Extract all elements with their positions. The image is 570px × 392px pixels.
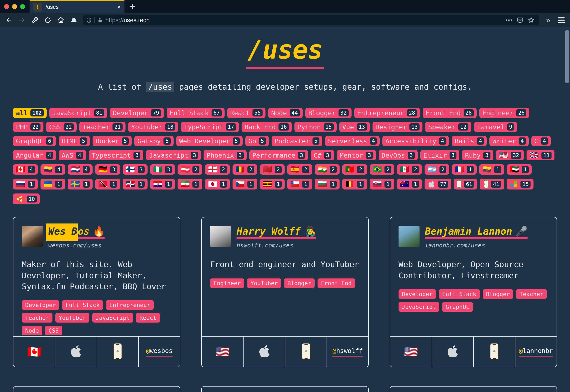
filter-tag-flag-russia[interactable]: 🇷🇺1 [13, 179, 38, 190]
filter-tag-mentor[interactable]: Mentor3 [337, 150, 376, 160]
profile-name-link-benjamin-lannon[interactable]: Benjamin Lannon 🎤 [425, 226, 528, 239]
wrench-button[interactable] [29, 15, 41, 26]
profile-tag-developer[interactable]: Developer [22, 300, 59, 310]
filter-tag-flag-austria[interactable]: 🇦🇹2 [178, 164, 202, 175]
filter-tag-typescript-alt[interactable]: Typescript3 [89, 150, 144, 160]
filter-tag-flag-ecuador[interactable]: 🇪🇨1 [479, 164, 504, 175]
filter-tag-flag-croatia[interactable]: 🇭🇷1 [150, 179, 175, 190]
filter-tag-flag-iran[interactable]: 🇮🇷1 [178, 179, 202, 190]
maximize-window-button[interactable] [20, 4, 25, 9]
filter-tag-flag-france[interactable]: 🇫🇷1 [452, 164, 477, 175]
filter-tag-flag-united-arab-emirates[interactable]: 🇦🇪1 [507, 164, 532, 175]
filter-tag-python[interactable]: Python15 [294, 122, 337, 132]
profile-tag-javascript[interactable]: JavaScript [399, 302, 439, 312]
filter-tag-csharp[interactable]: C#3 [311, 150, 334, 160]
forward-button[interactable] [16, 15, 28, 26]
home-button[interactable] [55, 15, 67, 26]
filter-tag-flag-finland[interactable]: 🇫🇮3 [123, 164, 148, 175]
filter-tag-phone-arrow[interactable]: 41 [480, 179, 504, 190]
filter-tag-flag-bulgaria[interactable]: 🇧🇬1 [315, 179, 340, 190]
filter-tag-flag-united-kingdom[interactable]: 🇬🇧11 [527, 150, 555, 160]
filter-tag-youtuber[interactable]: YouTuber18 [128, 122, 178, 132]
profile-tag-youtuber[interactable]: YouTuber [56, 313, 89, 322]
filter-tag-flag-ukraine[interactable]: 🇺🇦1 [41, 179, 65, 190]
filter-tag-speaker[interactable]: Speaker12 [425, 122, 471, 132]
profile-tag-developer[interactable]: Developer [399, 289, 436, 299]
profile-tag-react[interactable]: React [136, 313, 160, 322]
filter-tag-c[interactable]: C4 [531, 136, 551, 146]
profile-name-link-harry-wolff[interactable]: Harry Wolff 👨‍🎤 [236, 226, 316, 239]
filter-tag-writer[interactable]: Writer4 [489, 136, 528, 146]
profile-tag-javascript[interactable]: JavaScript [92, 313, 133, 322]
filter-tag-flag-trinidad-tobago[interactable]: 🇹🇹1 [95, 179, 120, 190]
filter-tag-flag-netherlands[interactable]: 🇳🇱4 [68, 164, 93, 175]
profile-tag-teacher[interactable]: Teacher [22, 313, 53, 322]
filter-tag-flag-czechia[interactable]: 🇨🇿1 [233, 179, 257, 190]
bookmark-star-icon[interactable] [528, 16, 535, 24]
profile-tag-node[interactable]: Node [22, 326, 42, 335]
url-text[interactable]: https://uses.tech [105, 17, 505, 24]
filter-tag-angular[interactable]: Angular4 [13, 150, 56, 160]
filter-tag-teacher[interactable]: Teacher21 [79, 122, 125, 132]
pocket-icon[interactable] [517, 17, 523, 24]
filter-tag-iphone[interactable]: 61 [454, 179, 477, 190]
filter-tag-accessibility[interactable]: Accessibility4 [382, 136, 449, 146]
filter-tag-flag-nigeria[interactable]: 🇳🇬3 [150, 164, 175, 175]
filter-tag-flag-romania[interactable]: 🇷🇴2 [233, 164, 257, 175]
filter-tag-flag-colombia[interactable]: 🇨🇴4 [41, 164, 65, 175]
minimize-window-button[interactable] [12, 4, 17, 9]
tracking-protection-shield-icon[interactable] [86, 17, 92, 23]
filter-tag-flag-spain[interactable]: 🇪🇸2 [287, 164, 312, 175]
filter-tag-flag-germany[interactable]: 🇩🇪3 [95, 164, 120, 175]
filter-tag-flag-sweden[interactable]: 🇸🇪1 [68, 179, 93, 190]
profile-tag-entrepreneur[interactable]: Entrepreneur [106, 300, 154, 310]
profile-tag-engineer[interactable]: Engineer [210, 279, 244, 288]
filter-tag-serverless[interactable]: Serverless4 [325, 136, 380, 146]
filter-tag-ubuntu[interactable]: 10 [13, 194, 40, 204]
filter-tag-flag-dominican-republic[interactable]: 🇩🇴1 [123, 179, 148, 190]
filter-tag-all[interactable]: all102 [13, 108, 47, 118]
browser-tab[interactable]: ! /uses × [29, 0, 125, 13]
profile-name-link-wes-bos[interactable]: Wes Bos 🔥 [48, 226, 105, 239]
filter-tag-gatsby[interactable]: Gatsby5 [134, 136, 173, 146]
close-window-button[interactable] [4, 4, 9, 9]
filter-tag-full-stack[interactable]: Full Stack67 [167, 108, 224, 118]
filter-tag-graphql[interactable]: GraphQL6 [13, 136, 56, 146]
twitter-handle-link-wes-bos[interactable]: @wesbos [146, 347, 172, 357]
profile-tag-blogger[interactable]: Blogger [483, 289, 513, 299]
profile-tag-blogger[interactable]: Blogger [284, 279, 315, 288]
filter-tag-engineer[interactable]: Engineer26 [479, 108, 529, 118]
filter-tag-css[interactable]: CSS22 [46, 122, 77, 132]
filter-tag-rails[interactable]: Rails4 [452, 136, 487, 146]
profile-tag-graphql[interactable]: GraphQL [442, 302, 473, 312]
profile-tag-full-stack[interactable]: Full Stack [62, 300, 103, 310]
filter-tag-windows[interactable]: 15 [507, 179, 533, 190]
filter-tag-flag-england[interactable]: 🏴󠁧󠁢󠁥󠁮󠁧󠁿2 [205, 164, 230, 175]
filter-tag-ruby[interactable]: Ruby3 [462, 150, 493, 160]
filter-tag-apple-logo[interactable]: 77 [425, 179, 451, 190]
profile-tag-youtuber[interactable]: YouTuber [247, 279, 281, 288]
filter-tag-flag-portugal[interactable]: 🇵🇹2 [342, 164, 367, 175]
address-bar[interactable]: https://uses.tech [83, 15, 539, 25]
filter-tag-blogger[interactable]: Blogger32 [305, 108, 351, 118]
filter-tag-elixir[interactable]: Elixir3 [420, 150, 459, 160]
new-tab-button[interactable]: + [125, 0, 141, 13]
filter-tag-node[interactable]: Node44 [268, 108, 303, 118]
filter-tag-flag-india[interactable]: 🇮🇳2 [315, 164, 340, 175]
filter-tag-devops[interactable]: DevOps3 [379, 150, 418, 160]
filter-tag-aws[interactable]: AWS4 [59, 150, 86, 160]
page-actions-icon[interactable] [505, 19, 513, 21]
filter-tag-flag-uganda[interactable]: 🇺🇬1 [260, 179, 285, 190]
profile-tag-full-stack[interactable]: Full Stack [439, 289, 480, 299]
overflow-menu-button[interactable]: » [542, 15, 554, 26]
filter-tag-flag-belgium[interactable]: 🇧🇪1 [342, 179, 367, 190]
profile-tag-front-end[interactable]: Front End [318, 279, 355, 288]
filter-tag-designer[interactable]: Designer13 [373, 122, 422, 132]
filter-tag-flag-chile[interactable]: 🇨🇱1 [287, 179, 312, 190]
filter-tag-flag-argentina[interactable]: 🇦🇷2 [425, 164, 449, 175]
twitter-handle-link-harry-wolff[interactable]: @hswolff [333, 347, 363, 357]
twitter-handle-link-benjamin-lannon[interactable]: @lannonbr [519, 347, 553, 357]
filter-tag-typescript[interactable]: TypeScript17 [181, 122, 239, 132]
back-button[interactable] [3, 15, 15, 26]
filter-tag-front-end[interactable]: Front End28 [423, 108, 477, 118]
